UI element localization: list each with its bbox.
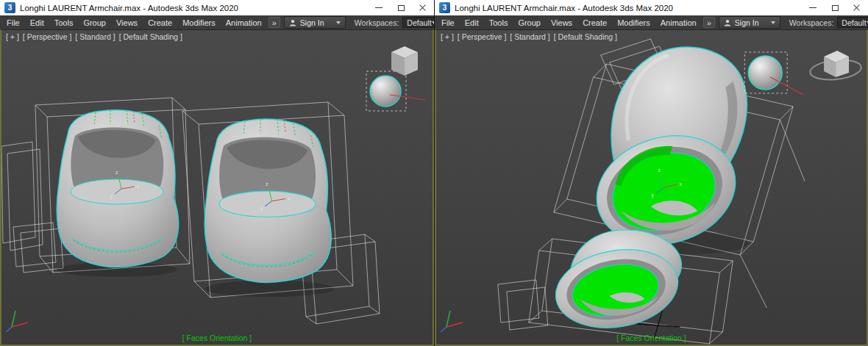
max-window-right: 3 Longhi LAURENT Armchair.max - Autodesk… <box>434 0 868 346</box>
window-title: Longhi LAURENT Armchair.max - Autodesk 3… <box>20 4 238 12</box>
menubar: File Edit Tools Group Views Create Modif… <box>0 15 434 29</box>
vp-shading-menu[interactable]: [ Default Shading ] <box>119 32 182 41</box>
menu-overflow-chevron[interactable]: » <box>703 17 715 28</box>
max-window-left: 3 Longhi LAURENT Armchair.max - Autodesk… <box>0 0 434 346</box>
minimize-icon <box>375 7 383 8</box>
3dsmax-app-icon[interactable]: 3 <box>439 2 450 13</box>
chevron-down-icon <box>336 21 341 24</box>
menu-animation[interactable]: Animation <box>221 15 267 29</box>
menu-tools[interactable]: Tools <box>484 15 513 29</box>
menubar: File Edit Tools Group Views Create Modif… <box>435 15 868 29</box>
close-button[interactable] <box>846 0 868 15</box>
sign-in-label: Sign In <box>300 18 332 27</box>
armchair-object-1[interactable] <box>57 110 178 267</box>
workspaces-dropdown[interactable]: Default <box>837 17 868 28</box>
menu-modifiers[interactable]: Modifiers <box>612 15 655 29</box>
viewport-right[interactable]: [ + ] [ Perspective ] [ Standard ] [ Def… <box>435 29 868 346</box>
menu-overflow-chevron[interactable]: » <box>268 17 280 28</box>
armchair-object-bottom[interactable] <box>549 230 684 337</box>
vp-standard-menu[interactable]: [ Standard ] <box>75 32 115 41</box>
desktop: 3 Longhi LAURENT Armchair.max - Autodesk… <box>0 0 868 346</box>
dummy-cube-object[interactable] <box>391 46 418 76</box>
minimize-button[interactable] <box>802 0 824 15</box>
sign-in-button[interactable]: Sign In <box>284 16 346 29</box>
close-icon <box>419 4 427 12</box>
window-title: Longhi LAURENT Armchair.max - Autodesk 3… <box>455 4 673 12</box>
vp-pov-menu[interactable]: [ Perspective ] <box>23 32 72 41</box>
vp-plus-menu[interactable]: [ + ] <box>441 32 454 41</box>
menu-edit[interactable]: Edit <box>460 15 484 29</box>
minimize-icon <box>809 7 817 8</box>
menu-views[interactable]: Views <box>111 15 143 29</box>
armchair-object-2[interactable] <box>204 119 331 282</box>
svg-text:z: z <box>658 167 660 173</box>
menu-group[interactable]: Group <box>513 15 546 29</box>
workspaces-label: Workspaces: <box>789 18 834 27</box>
maximize-icon <box>398 5 405 11</box>
menu-tools[interactable]: Tools <box>49 15 79 29</box>
menu-edit[interactable]: Edit <box>25 15 49 29</box>
vp-plus-menu[interactable]: [ + ] <box>6 32 19 41</box>
workspaces-value: Default <box>407 18 431 27</box>
window-controls <box>802 0 868 15</box>
menu-views[interactable]: Views <box>546 15 577 29</box>
sphere-object[interactable] <box>744 52 803 95</box>
faces-orientation-status: [ Faces Orientation ] <box>182 334 252 342</box>
faces-orientation-status: [ Faces Orientation ] <box>616 334 686 342</box>
maximize-icon <box>832 5 839 11</box>
menu-file[interactable]: File <box>1 15 25 29</box>
viewport-canvas-left[interactable]: x z y <box>1 30 433 345</box>
user-icon <box>289 19 296 26</box>
minimize-button[interactable] <box>368 0 390 15</box>
menu-modifiers[interactable]: Modifiers <box>177 15 221 29</box>
sign-in-button[interactable]: Sign In <box>719 16 780 29</box>
world-axis-tripod <box>441 311 463 332</box>
maximize-button[interactable] <box>390 0 412 15</box>
vp-pov-menu[interactable]: [ Perspective ] <box>458 32 507 41</box>
viewcube[interactable] <box>809 51 862 82</box>
menu-create[interactable]: Create <box>577 15 612 29</box>
close-icon <box>853 4 861 12</box>
viewport-canvas-right[interactable]: x z y <box>436 30 867 345</box>
sign-in-label: Sign In <box>735 18 767 27</box>
menu-file[interactable]: File <box>436 15 460 29</box>
armchair-object-top[interactable]: x z y <box>584 47 749 261</box>
window-controls <box>368 0 434 15</box>
menu-group[interactable]: Group <box>78 15 111 29</box>
sphere-object[interactable] <box>366 71 425 111</box>
vp-shading-menu[interactable]: [ Default Shading ] <box>554 32 617 41</box>
3dsmax-app-icon[interactable]: 3 <box>4 2 15 13</box>
viewport-label: [ + ] [ Perspective ] [ Standard ] [ Def… <box>6 32 182 41</box>
viewport-label: [ + ] [ Perspective ] [ Standard ] [ Def… <box>441 32 617 41</box>
chevron-down-icon <box>771 21 775 24</box>
chair-shadow <box>205 281 335 297</box>
titlebar: 3 Longhi LAURENT Armchair.max - Autodesk… <box>0 0 434 15</box>
close-button[interactable] <box>412 0 434 15</box>
menu-animation[interactable]: Animation <box>655 15 702 29</box>
maximize-button[interactable] <box>824 0 846 15</box>
user-icon <box>724 19 731 26</box>
titlebar: 3 Longhi LAURENT Armchair.max - Autodesk… <box>435 0 868 15</box>
viewport-left[interactable]: [ + ] [ Perspective ] [ Standard ] [ Def… <box>0 29 434 346</box>
menu-create[interactable]: Create <box>143 15 177 29</box>
vp-standard-menu[interactable]: [ Standard ] <box>510 32 549 41</box>
world-axis-tripod <box>6 311 28 332</box>
workspaces-value: Default <box>842 18 866 27</box>
workspaces-label: Workspaces: <box>355 18 399 27</box>
